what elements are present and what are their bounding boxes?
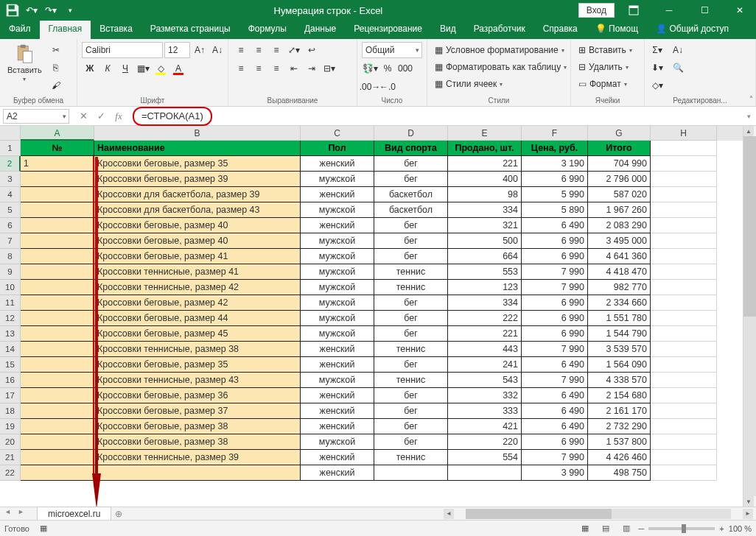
cell[interactable] bbox=[651, 295, 717, 311]
cell[interactable]: Кроссовки беговые, размер 36 bbox=[94, 388, 301, 403]
cell[interactable]: Кроссовки беговые, размер 38 bbox=[94, 434, 301, 450]
col-header-A[interactable]: A bbox=[21, 126, 94, 141]
cell[interactable]: теннис bbox=[374, 373, 448, 388]
cell[interactable]: 2 161 170 bbox=[588, 403, 651, 419]
cell[interactable]: Кроссовки для баскетбола, размер 39 bbox=[94, 187, 301, 202]
cell[interactable]: женский bbox=[301, 465, 374, 481]
cell[interactable]: 3 190 bbox=[522, 156, 588, 172]
clear-icon[interactable]: ◇▾ bbox=[649, 77, 665, 94]
cell[interactable]: 6 490 bbox=[522, 388, 588, 403]
cell[interactable] bbox=[651, 342, 717, 357]
row-header[interactable]: 17 bbox=[0, 388, 21, 403]
cell[interactable]: 664 bbox=[448, 249, 522, 264]
cell[interactable]: 421 bbox=[448, 419, 522, 434]
cell[interactable]: 6 490 bbox=[522, 357, 588, 373]
cell[interactable]: 7 990 bbox=[522, 373, 588, 388]
cell[interactable] bbox=[651, 202, 717, 218]
cell[interactable]: бег bbox=[374, 218, 448, 233]
cell[interactable]: 6 990 bbox=[522, 295, 588, 311]
cell[interactable]: 334 bbox=[448, 295, 522, 311]
cell[interactable] bbox=[651, 141, 717, 156]
increase-indent-icon[interactable]: ⇥ bbox=[304, 60, 320, 77]
tab-разработчик[interactable]: Разработчик bbox=[465, 21, 534, 39]
cell[interactable] bbox=[21, 465, 94, 481]
cell[interactable]: женский bbox=[301, 388, 374, 403]
row-header[interactable]: 10 bbox=[0, 280, 21, 295]
cell[interactable] bbox=[651, 156, 717, 172]
cell[interactable]: Кроссовки беговые, размер 41 bbox=[94, 249, 301, 264]
font-name-select[interactable]: Calibri bbox=[82, 42, 163, 58]
qat-customize-icon[interactable]: ▾ bbox=[62, 2, 78, 18]
zoom-in-icon[interactable]: + bbox=[719, 524, 724, 533]
cell[interactable]: 334 bbox=[448, 202, 522, 218]
cell[interactable]: 2 083 290 bbox=[588, 218, 651, 233]
cell[interactable]: бег bbox=[374, 419, 448, 434]
tab-рецензирование[interactable]: Рецензирование bbox=[345, 21, 431, 39]
align-middle-icon[interactable]: ≡ bbox=[251, 42, 267, 58]
cell[interactable]: 6 990 bbox=[522, 311, 588, 326]
cell[interactable]: 6 490 bbox=[522, 218, 588, 233]
cell[interactable]: женский bbox=[301, 419, 374, 434]
insert-cells-button[interactable]: ⊞ Вставить ▾ bbox=[575, 42, 635, 58]
cell[interactable]: 1 551 780 bbox=[588, 311, 651, 326]
row-header[interactable]: 21 bbox=[0, 450, 21, 465]
cell[interactable]: Кроссовки теннисные, размер 38 bbox=[94, 342, 301, 357]
formula-input[interactable]: =СТРОКА(A1) bbox=[133, 109, 741, 124]
cell[interactable]: Кроссовки беговые, размер 35 bbox=[94, 156, 301, 172]
row-header[interactable]: 15 bbox=[0, 357, 21, 373]
cell[interactable]: Вид спорта bbox=[374, 141, 448, 156]
cell[interactable] bbox=[21, 357, 94, 373]
cut-icon[interactable]: ✂ bbox=[48, 42, 64, 58]
row-header[interactable]: 1 bbox=[0, 141, 21, 156]
cell[interactable]: 221 bbox=[448, 326, 522, 342]
cell[interactable]: 6 990 bbox=[522, 434, 588, 450]
format-as-table-button[interactable]: ▦ Форматировать как таблицу▾ bbox=[432, 59, 570, 75]
cell[interactable]: 1 544 790 bbox=[588, 326, 651, 342]
cell[interactable] bbox=[651, 187, 717, 202]
cell[interactable] bbox=[651, 357, 717, 373]
cell[interactable]: мужской bbox=[301, 172, 374, 187]
align-center-icon[interactable]: ≡ bbox=[251, 60, 267, 77]
cell[interactable]: бег bbox=[374, 434, 448, 450]
macro-record-icon[interactable]: ▦ bbox=[35, 521, 52, 537]
row-header[interactable]: 3 bbox=[0, 172, 21, 187]
cell[interactable] bbox=[21, 233, 94, 249]
cell[interactable]: 2 154 680 bbox=[588, 388, 651, 403]
cell[interactable]: мужской bbox=[301, 295, 374, 311]
cell[interactable] bbox=[21, 450, 94, 465]
align-bottom-icon[interactable]: ≡ bbox=[268, 42, 284, 58]
cell[interactable]: мужской bbox=[301, 233, 374, 249]
cell[interactable] bbox=[651, 403, 717, 419]
cell[interactable]: 1 564 090 bbox=[588, 357, 651, 373]
row-header[interactable]: 7 bbox=[0, 233, 21, 249]
cell[interactable]: Кроссовки беговые, размер 40 bbox=[94, 218, 301, 233]
cell[interactable]: бег bbox=[374, 233, 448, 249]
cell[interactable]: бег bbox=[374, 357, 448, 373]
cell[interactable]: Кроссовки теннисные, размер 42 bbox=[94, 280, 301, 295]
cell[interactable]: 6 490 bbox=[522, 403, 588, 419]
align-top-icon[interactable]: ≡ bbox=[233, 42, 249, 58]
cell[interactable] bbox=[21, 434, 94, 450]
cell[interactable]: 4 418 470 bbox=[588, 264, 651, 280]
col-header-D[interactable]: D bbox=[374, 126, 448, 141]
shrink-font-icon[interactable]: A↓ bbox=[209, 42, 225, 58]
cell[interactable]: женский bbox=[301, 403, 374, 419]
cell[interactable]: Кроссовки беговые, размер 42 bbox=[94, 295, 301, 311]
cell[interactable] bbox=[21, 311, 94, 326]
cell[interactable]: 2 334 660 bbox=[588, 295, 651, 311]
cell[interactable]: 5 890 bbox=[522, 202, 588, 218]
cell[interactable]: 543 bbox=[448, 373, 522, 388]
cell[interactable] bbox=[651, 465, 717, 481]
cell[interactable]: теннис bbox=[374, 342, 448, 357]
tab-помощ[interactable]: 💡 Помощ bbox=[587, 21, 647, 39]
row-header[interactable]: 4 bbox=[0, 187, 21, 202]
row-header[interactable]: 18 bbox=[0, 403, 21, 419]
tab-формулы[interactable]: Формулы bbox=[239, 21, 295, 39]
cell[interactable]: мужской bbox=[301, 434, 374, 450]
row-header[interactable]: 13 bbox=[0, 326, 21, 342]
number-format-select[interactable]: Общий bbox=[362, 42, 422, 58]
tab-данные[interactable]: Данные bbox=[295, 21, 345, 39]
cell[interactable]: 1 537 800 bbox=[588, 434, 651, 450]
cell[interactable]: баскетбол bbox=[374, 187, 448, 202]
col-header-E[interactable]: E bbox=[448, 126, 522, 141]
